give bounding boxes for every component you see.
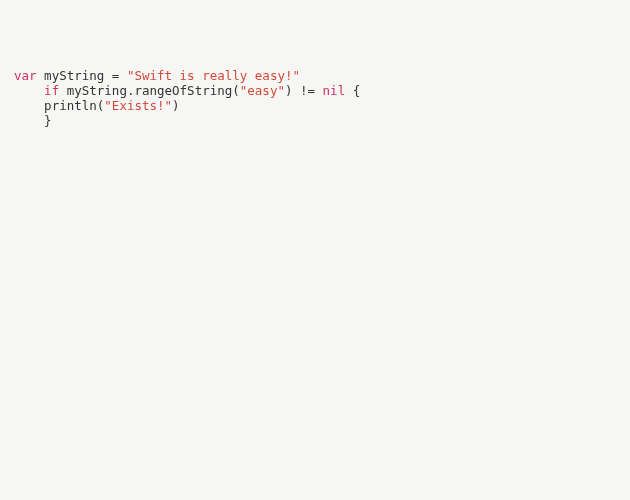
brace-open: { [345, 83, 360, 98]
keyword-if: if [44, 83, 59, 98]
code-line-4: } [14, 113, 616, 128]
string-literal: "easy" [240, 83, 285, 98]
indent [14, 83, 44, 98]
call-println: println( [44, 98, 104, 113]
code-line-1: var myString = "Swift is really easy!" [14, 68, 616, 83]
code-line-3: println("Exists!") [14, 98, 616, 113]
space [37, 68, 45, 83]
identifier-mystring: myString [44, 68, 112, 83]
string-literal: "Swift is really easy!" [127, 68, 300, 83]
keyword-var: var [14, 68, 37, 83]
space [59, 83, 67, 98]
expression: ) != [285, 83, 323, 98]
string-literal: "Exists!" [104, 98, 172, 113]
paren-close: ) [172, 98, 180, 113]
indent [14, 113, 44, 128]
keyword-nil: nil [323, 83, 346, 98]
brace-close: } [44, 113, 52, 128]
code-block: var myString = "Swift is really easy!" i… [14, 68, 616, 128]
indent [14, 98, 44, 113]
space [119, 68, 127, 83]
expression: myString.rangeOfString( [67, 83, 240, 98]
code-line-2: if myString.rangeOfString("easy") != nil… [14, 83, 616, 98]
